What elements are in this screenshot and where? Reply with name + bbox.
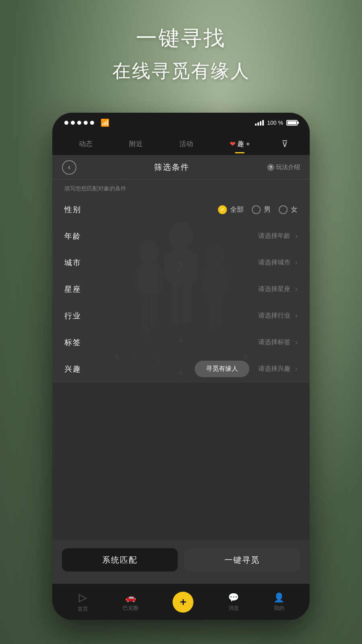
filter-row-age[interactable]: 年龄 请选择年龄 › xyxy=(52,223,310,250)
tags-placeholder: 请选择标签 xyxy=(258,338,290,347)
filter-row-industry[interactable]: 行业 请选择行业 › xyxy=(52,303,310,329)
message-icon: 💬 xyxy=(228,592,239,603)
filter-row-gender[interactable]: 性别 ✓ 全部 男 xyxy=(52,196,310,223)
star-chevron: › xyxy=(295,285,298,293)
gender-options: ✓ 全部 男 女 xyxy=(97,205,298,214)
radio-female xyxy=(279,205,288,214)
nav-mine[interactable]: 👤 我的 xyxy=(274,592,284,612)
gender-all-option[interactable]: ✓ 全部 xyxy=(218,205,244,214)
heart-icon: ❤ xyxy=(230,140,236,149)
filter-row-star[interactable]: 星座 请选择星座 › xyxy=(52,276,310,303)
back-button[interactable]: ‹ xyxy=(62,160,76,175)
star-placeholder: 请选择星座 xyxy=(258,285,290,293)
battery-percent: 100 % xyxy=(267,120,283,126)
home-label: 首页 xyxy=(78,605,88,613)
mine-icon: 👤 xyxy=(274,592,284,603)
bkg-label: 巴克圈 xyxy=(123,605,138,612)
signal-bars-icon xyxy=(255,120,264,126)
wifi-icon: 📶 xyxy=(101,118,109,127)
tab-dongtai[interactable]: 动态 xyxy=(74,136,97,152)
interest-placeholder: 请选择兴趣 xyxy=(258,365,290,373)
nav-home[interactable]: ▷ 首页 xyxy=(78,591,88,613)
message-label: 消息 xyxy=(228,605,239,612)
bottom-nav: ▷ 首页 🚗 巴克圈 + 💬 消息 👤 我的 xyxy=(52,584,310,620)
interest-value: 寻觅有缘人 请选择兴趣 › xyxy=(97,361,298,377)
tab-qu-label: 趣 + xyxy=(237,139,250,149)
status-dots xyxy=(64,121,94,125)
gender-label: 性别 xyxy=(64,204,97,215)
industry-chevron: › xyxy=(295,312,298,320)
tab-huodong[interactable]: 活动 xyxy=(175,136,198,152)
status-bar: 📶 100 % xyxy=(52,113,310,133)
gender-female-option[interactable]: 女 xyxy=(279,205,298,214)
interest-chevron: › xyxy=(295,365,298,373)
star-value: 请选择星座 › xyxy=(97,285,298,293)
help-link[interactable]: ? 玩法介绍 xyxy=(267,163,300,171)
filter-row-tags[interactable]: 标签 请选择标签 › xyxy=(52,329,310,356)
filter-list: 性别 ✓ 全部 男 xyxy=(52,196,310,540)
tags-chevron: › xyxy=(295,338,298,347)
nav-tabs: 动态 附近 活动 ❤ 趣 + ⊽ xyxy=(52,133,310,155)
bkg-icon: 🚗 xyxy=(125,592,136,603)
phone-frame: 📶 100 % 动态 附近 活动 ❤ 趣 + ⊽ xyxy=(52,113,310,620)
modal-subtitle: 填写您想匹配对象的条件 xyxy=(52,180,310,196)
status-right: 100 % xyxy=(255,120,298,126)
help-label: 玩法介绍 xyxy=(276,163,300,171)
tags-value: 请选择标签 › xyxy=(97,338,298,347)
nav-bkg[interactable]: 🚗 巴克圈 xyxy=(123,592,138,612)
home-icon: ▷ xyxy=(79,591,87,604)
help-icon: ? xyxy=(267,164,274,171)
age-placeholder: 请选择年龄 xyxy=(258,232,290,240)
age-label: 年龄 xyxy=(64,231,97,242)
gender-male-label: 男 xyxy=(264,205,271,214)
filter-icon[interactable]: ⊽ xyxy=(282,139,288,149)
industry-placeholder: 请选择行业 xyxy=(258,312,290,320)
hero-line2: 在线寻觅有缘人 xyxy=(0,59,362,84)
filter-row-interest[interactable]: 兴趣 寻觅有缘人 请选择兴趣 › xyxy=(52,356,310,382)
mine-label: 我的 xyxy=(274,605,284,612)
modal-header: ‹ 筛选条件 ? 玩法介绍 xyxy=(52,155,310,180)
industry-label: 行业 xyxy=(64,311,97,321)
star-label: 星座 xyxy=(64,284,97,295)
interest-btn[interactable]: 寻觅有缘人 xyxy=(195,361,249,377)
tab-qu[interactable]: ❤ 趣 + xyxy=(225,136,255,152)
city-label: 城市 xyxy=(64,258,97,268)
modal-title: 筛选条件 xyxy=(154,162,189,173)
industry-value: 请选择行业 › xyxy=(97,312,298,320)
gender-all-label: 全部 xyxy=(230,205,244,214)
gender-male-option[interactable]: 男 xyxy=(252,205,271,214)
radio-male xyxy=(252,205,261,214)
nav-message[interactable]: 💬 消息 xyxy=(228,592,239,612)
battery-icon xyxy=(286,120,298,126)
modal-panel: ? ? ? ? ? xyxy=(52,155,310,620)
hero-line1: 一键寻找 xyxy=(0,24,362,52)
gender-female-label: 女 xyxy=(291,205,298,214)
one-click-search-button[interactable]: 一键寻觅 xyxy=(184,548,300,572)
hero-section: 一键寻找 在线寻觅有缘人 xyxy=(0,24,362,84)
city-chevron: › xyxy=(295,258,298,267)
city-placeholder: 请选择城市 xyxy=(258,258,290,267)
plus-button[interactable]: + xyxy=(173,592,193,613)
interest-label: 兴趣 xyxy=(64,364,97,374)
plus-icon: + xyxy=(180,596,186,609)
system-match-button[interactable]: 系统匹配 xyxy=(62,548,178,572)
age-value: 请选择年龄 › xyxy=(97,232,298,240)
action-buttons: 系统匹配 一键寻觅 xyxy=(52,540,310,584)
radio-all: ✓ xyxy=(218,205,227,214)
filter-row-city[interactable]: 城市 请选择城市 › xyxy=(52,250,310,276)
city-value: 请选择城市 › xyxy=(97,258,298,267)
age-chevron: › xyxy=(295,232,298,240)
tags-label: 标签 xyxy=(64,337,97,348)
tab-fujin[interactable]: 附近 xyxy=(124,136,148,152)
